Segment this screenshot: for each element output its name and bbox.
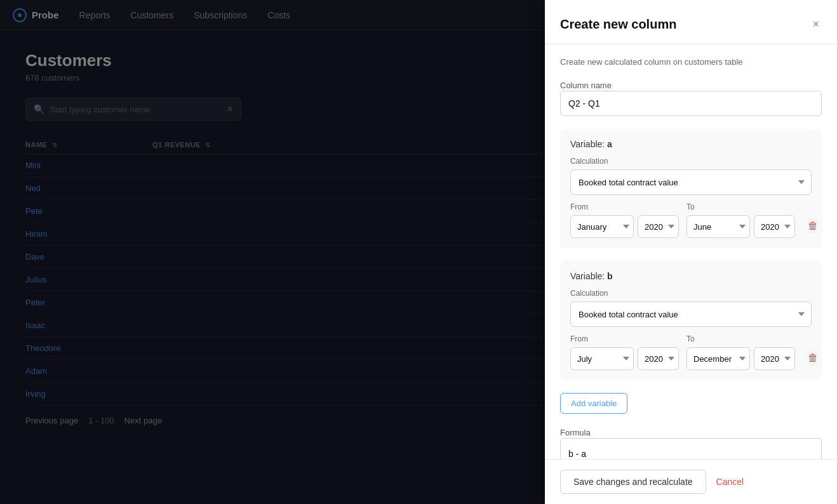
variable-a-to-selects: JanuaryFebruaryMarch AprilMayJune JulyAu… [686, 215, 795, 238]
variable-b-to-label: To [686, 335, 795, 343]
modal-title: Create new column [560, 17, 676, 32]
variable-b-to-year-select[interactable]: 2019202020212022 [754, 347, 795, 370]
variable-b-from-label: From [570, 335, 679, 343]
variable-a-to-month-select[interactable]: JanuaryFebruaryMarch AprilMayJune JulyAu… [686, 215, 750, 238]
calc-b-select[interactable]: Booked total contract value [570, 302, 812, 327]
variable-a-section: Variable: a Calculation Booked total con… [560, 129, 822, 248]
variable-b-to-group: To JanuaryFebruaryMarch AprilMayJune Jul… [686, 335, 795, 370]
column-name-input[interactable] [560, 91, 822, 116]
variable-a-to-group: To JanuaryFebruaryMarch AprilMayJune Jul… [686, 202, 795, 238]
calc-b-label: Calculation [570, 289, 812, 298]
column-name-group: Column name [560, 79, 822, 116]
modal-footer: Save changes and recalculate Cancel [545, 459, 837, 504]
variable-b-from-group: From JanuaryFebruaryMarch AprilMayJune J… [570, 335, 679, 370]
variable-a-title: Variable: a [570, 139, 812, 149]
variable-a-to-year-select[interactable]: 2019202020212022 [754, 215, 795, 238]
variable-b-from-selects: JanuaryFebruaryMarch AprilMayJune JulyAu… [570, 347, 679, 370]
variable-a-from-to: From JanuaryFebruaryMarch AprilMayJune J… [570, 202, 812, 238]
variable-a-from-month-select[interactable]: JanuaryFebruaryMarch AprilMayJune JulyAu… [570, 215, 634, 238]
modal-panel: Create new column × Create new calculate… [545, 0, 837, 504]
variable-b-from-year-select[interactable]: 2019202020212022 [638, 347, 679, 370]
variable-b-from-to: From JanuaryFebruaryMarch AprilMayJune J… [570, 335, 812, 370]
variable-b-from-month-select[interactable]: JanuaryFebruaryMarch AprilMayJune JulyAu… [570, 347, 634, 370]
variable-b-to-month-select[interactable]: JanuaryFebruaryMarch AprilMayJune JulyAu… [686, 347, 750, 370]
delete-variable-b-button[interactable]: 🗑 [803, 350, 823, 366]
calc-a-label: Calculation [570, 157, 812, 166]
variable-a-to-label: To [686, 202, 795, 211]
cancel-button[interactable]: Cancel [716, 477, 744, 487]
variable-b-title: Variable: b [570, 271, 812, 281]
modal-subtitle: Create new calculated column on customer… [560, 57, 822, 67]
formula-label: Formula [560, 428, 591, 437]
formula-group: Formula [560, 427, 822, 459]
modal-close-button[interactable]: × [810, 15, 822, 34]
delete-variable-a-button[interactable]: 🗑 [803, 218, 823, 234]
save-button[interactable]: Save changes and recalculate [560, 470, 706, 494]
variable-a-from-group: From JanuaryFebruaryMarch AprilMayJune J… [570, 202, 679, 238]
variable-a-from-label: From [570, 202, 679, 211]
variable-b-to-selects: JanuaryFebruaryMarch AprilMayJune JulyAu… [686, 347, 795, 370]
variable-a-from-year-select[interactable]: 2019202020212022 [638, 215, 679, 238]
modal-body: Create new calculated column on customer… [545, 44, 837, 459]
modal-header: Create new column × [545, 0, 837, 44]
add-variable-button[interactable]: Add variable [560, 393, 627, 414]
formula-input[interactable] [560, 438, 822, 459]
variable-a-from-selects: JanuaryFebruaryMarch AprilMayJune JulyAu… [570, 215, 679, 238]
calc-a-select[interactable]: Booked total contract value [570, 169, 812, 195]
column-name-label: Column name [560, 81, 612, 90]
variable-b-section: Variable: b Calculation Booked total con… [560, 261, 822, 380]
